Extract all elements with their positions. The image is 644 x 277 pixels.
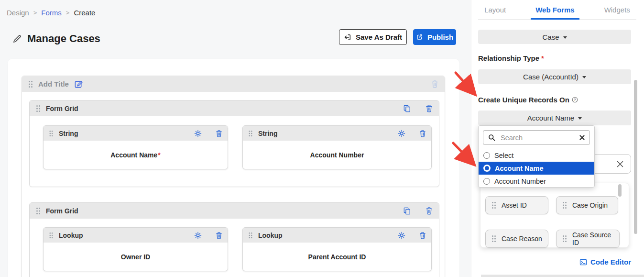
page-title-row: Manage Cases xyxy=(12,33,100,45)
chip-case-source-id[interactable]: Case Source ID xyxy=(556,230,620,248)
search-input[interactable] xyxy=(500,133,575,142)
save-as-draft-button[interactable]: Save As Draft xyxy=(339,29,407,45)
form-grid-header: Form Grid xyxy=(30,100,439,116)
trash-icon[interactable] xyxy=(426,104,433,112)
gear-icon[interactable] xyxy=(398,130,405,137)
trash-icon[interactable] xyxy=(426,207,433,215)
help-icon[interactable]: ? xyxy=(572,97,578,103)
copy-icon[interactable] xyxy=(404,105,411,112)
drag-handle-icon[interactable] xyxy=(49,232,54,239)
unique-records-dropdown[interactable]: Account Name xyxy=(478,111,631,125)
panel-bottom-scrollbar[interactable] xyxy=(481,275,644,277)
trash-icon[interactable] xyxy=(216,130,222,137)
breadcrumb-forms[interactable]: Forms xyxy=(41,9,62,17)
field-type-label: Lookup xyxy=(59,232,83,239)
dropdown-search-box xyxy=(483,130,590,145)
relationship-type-value: Case (AccountId) xyxy=(523,73,579,81)
field-card-header: String xyxy=(44,126,228,141)
field-type-label: Lookup xyxy=(258,232,283,239)
panel-scrollbar-thumb[interactable] xyxy=(634,80,637,234)
drag-handle-icon xyxy=(491,235,496,243)
publish-button[interactable]: Publish xyxy=(413,29,456,45)
relationship-type-dropdown[interactable]: Case (AccountId) xyxy=(478,69,631,84)
drag-handle-icon[interactable] xyxy=(36,207,41,215)
save-draft-icon xyxy=(344,33,351,41)
breadcrumb-separator: > xyxy=(66,9,70,16)
form-grid-1: Form Grid String xyxy=(29,100,439,187)
panel-tabs: Layout Web Forms Widgets xyxy=(478,0,636,20)
chevron-down-icon xyxy=(578,117,582,120)
chips-scrollbar-thumb[interactable] xyxy=(618,184,622,197)
chevron-down-icon xyxy=(582,76,586,78)
drag-handle-icon[interactable] xyxy=(248,232,253,239)
breadcrumb: Design > Forms > Create xyxy=(7,9,95,17)
breadcrumb-separator: > xyxy=(33,9,37,16)
chip-case-origin[interactable]: Case Origin xyxy=(556,196,618,214)
form-grid-title: Form Grid xyxy=(46,207,78,215)
field-label: Account Name* xyxy=(44,141,228,169)
create-unique-records-label: Create Unique Records On ? xyxy=(478,96,578,104)
drag-handle-icon xyxy=(562,235,567,243)
option-select[interactable]: Select xyxy=(479,149,594,162)
entity-dropdown-value: Case xyxy=(542,33,559,41)
drag-handle-icon xyxy=(562,201,567,209)
unique-records-value: Account Name xyxy=(527,114,574,122)
trash-icon[interactable] xyxy=(216,232,222,239)
field-card-header: Lookup xyxy=(44,228,228,243)
publish-icon xyxy=(416,33,423,41)
edit-title-pencil-icon[interactable] xyxy=(12,34,22,44)
section-title: Add Title xyxy=(38,80,69,88)
search-icon xyxy=(488,134,495,141)
drag-handle-icon[interactable] xyxy=(28,80,33,88)
tab-widgets[interactable]: Widgets xyxy=(600,0,635,20)
required-asterisk: * xyxy=(158,151,160,159)
field-type-label: String xyxy=(258,130,277,137)
entity-dropdown[interactable]: Case xyxy=(478,30,631,44)
trash-icon[interactable] xyxy=(419,232,426,239)
option-account-number[interactable]: Account Number xyxy=(479,175,594,188)
copy-icon[interactable] xyxy=(404,207,411,215)
chip-label: Asset ID xyxy=(502,201,527,209)
publish-label: Publish xyxy=(427,33,453,41)
field-chips-container: Asset ID Case Origin Case Reason Case So… xyxy=(480,183,629,248)
field-card-owner-id[interactable]: Lookup Owner ID xyxy=(43,227,228,271)
gear-icon[interactable] xyxy=(398,232,405,239)
tab-layout[interactable]: Layout xyxy=(480,0,511,20)
clear-search-icon[interactable] xyxy=(579,135,585,140)
breadcrumb-create: Create xyxy=(74,9,95,17)
field-label: Account Number xyxy=(243,141,431,169)
drag-handle-icon[interactable] xyxy=(248,130,253,137)
radio-icon-selected xyxy=(483,165,491,172)
field-type-label: String xyxy=(59,130,78,137)
edit-section-title-icon[interactable] xyxy=(74,79,83,89)
gear-icon[interactable] xyxy=(194,232,202,239)
radio-icon xyxy=(483,178,490,185)
required-asterisk: * xyxy=(541,54,544,62)
breadcrumb-design[interactable]: Design xyxy=(7,9,29,17)
chip-asset-id[interactable]: Asset ID xyxy=(485,196,548,214)
field-card-account-number[interactable]: String Account Number xyxy=(242,125,432,169)
trash-icon-disabled xyxy=(431,80,438,88)
close-icon[interactable] xyxy=(616,160,624,168)
field-card-account-name[interactable]: String Account Name* xyxy=(43,125,228,169)
field-label-text: Account Number xyxy=(310,151,364,159)
section-header: Add Title xyxy=(22,76,445,92)
drag-handle-icon[interactable] xyxy=(36,105,41,112)
field-label: Parent Account ID xyxy=(243,243,431,271)
code-editor-link[interactable]: Code Editor xyxy=(478,258,631,266)
relationship-type-text: Relationship Type xyxy=(478,54,539,62)
field-card-parent-account-id[interactable]: Lookup Parent Account ID xyxy=(242,227,432,271)
tab-web-forms[interactable]: Web Forms xyxy=(531,0,579,20)
save-as-draft-label: Save As Draft xyxy=(356,33,402,41)
unique-records-dropdown-menu: Select Account Name Account Number xyxy=(478,125,595,188)
code-editor-label: Code Editor xyxy=(590,258,631,266)
gear-icon[interactable] xyxy=(194,130,202,137)
drag-handle-icon[interactable] xyxy=(49,130,54,137)
code-editor-icon xyxy=(579,258,587,266)
option-account-name[interactable]: Account Name xyxy=(479,162,594,175)
chip-label: Case Reason xyxy=(502,235,542,243)
field-label: Owner ID xyxy=(44,243,228,271)
trash-icon[interactable] xyxy=(419,130,426,137)
drag-handle-icon xyxy=(491,201,496,209)
chip-case-reason[interactable]: Case Reason xyxy=(485,230,548,248)
